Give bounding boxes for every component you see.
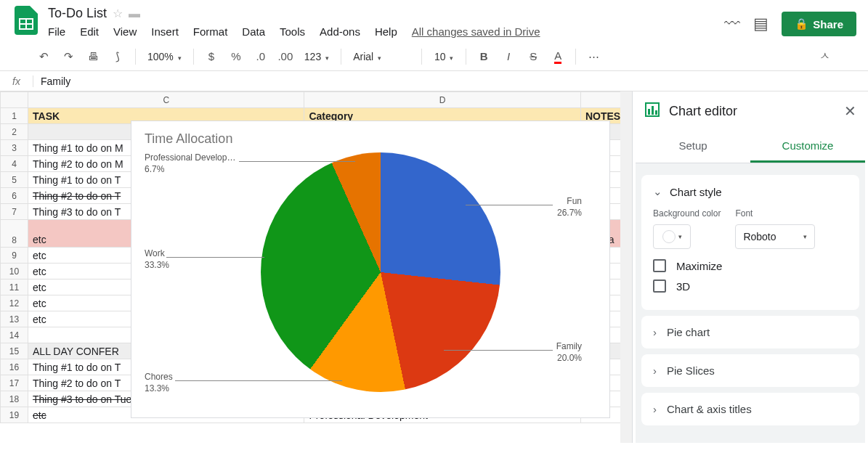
pie-slices-section[interactable]: › Pie Slices: [641, 354, 859, 387]
dec-decrease-icon[interactable]: .0: [251, 46, 271, 67]
menu-tools[interactable]: Tools: [280, 25, 305, 38]
italic-icon[interactable]: I: [498, 46, 519, 67]
chart-title: Time Allocation: [145, 131, 596, 147]
row-header[interactable]: 12: [1, 295, 28, 311]
row-header[interactable]: 6: [1, 188, 28, 204]
star-icon[interactable]: ☆: [113, 7, 123, 20]
currency-icon[interactable]: $: [201, 46, 222, 67]
row-header[interactable]: 4: [1, 156, 28, 172]
vertical-scrollbar[interactable]: [620, 91, 632, 443]
share-label: Share: [813, 18, 843, 30]
row-header[interactable]: 10: [1, 264, 28, 279]
row-header[interactable]: 16: [1, 359, 28, 375]
menubar: File Edit View Insert Format Data Tools …: [48, 21, 717, 42]
row-header[interactable]: 13: [1, 311, 28, 327]
menu-file[interactable]: File: [48, 25, 65, 38]
row-header[interactable]: 9: [1, 248, 28, 264]
strike-icon[interactable]: S: [523, 46, 543, 67]
fx-label: fx: [0, 76, 33, 87]
bg-color-label: Background color: [653, 208, 721, 219]
bold-icon[interactable]: B: [474, 46, 494, 67]
chart-overlay[interactable]: Time Allocation Fun26.7% Family20.0% Cho…: [131, 121, 610, 418]
pie-chart[interactable]: [261, 152, 500, 392]
paint-format-icon[interactable]: ⟆: [108, 46, 128, 67]
menu-addons[interactable]: Add-ons: [320, 25, 360, 38]
row-header[interactable]: 15: [1, 343, 28, 359]
trend-icon[interactable]: 〰: [724, 15, 740, 33]
menu-help[interactable]: Help: [375, 25, 397, 38]
doc-title[interactable]: To-Do List: [48, 6, 107, 21]
row-header[interactable]: 7: [1, 204, 28, 220]
row-header[interactable]: 8: [1, 220, 28, 248]
row-header[interactable]: 3: [1, 140, 28, 156]
axis-titles-section[interactable]: › Chart & axis titles: [641, 393, 859, 425]
zoom-select[interactable]: 100%: [143, 51, 186, 62]
row-header[interactable]: 2: [1, 124, 28, 140]
pie-chart-section[interactable]: › Pie chart: [641, 316, 859, 348]
share-button[interactable]: 🔒 Share: [782, 12, 856, 36]
chart-style-header[interactable]: ⌄ Chart style: [653, 185, 848, 198]
select-all[interactable]: [1, 92, 28, 108]
col-d[interactable]: D: [304, 92, 580, 108]
pie-label-fun: Fun26.7%: [557, 196, 582, 219]
svg-rect-6: [655, 110, 657, 115]
col-e[interactable]: [580, 92, 624, 108]
3d-checkbox[interactable]: [653, 279, 666, 293]
chevron-right-icon: ›: [653, 403, 657, 415]
percent-icon[interactable]: %: [226, 46, 246, 67]
row-header[interactable]: 17: [1, 375, 28, 391]
lock-icon: 🔒: [795, 17, 808, 30]
save-status[interactable]: All changes saved in Drive: [412, 25, 540, 38]
svg-rect-4: [648, 109, 650, 115]
chart-editor-icon: [644, 102, 660, 121]
chart-editor-panel: Chart editor ✕ Setup Customize ⌄ Chart s…: [632, 91, 868, 443]
redo-icon[interactable]: ↷: [58, 46, 78, 67]
chevron-right-icon: ›: [653, 364, 657, 377]
row-header[interactable]: 14: [1, 327, 28, 343]
row-header[interactable]: 1: [1, 108, 28, 124]
font-label: Font: [735, 208, 815, 219]
font-select-editor[interactable]: Roboto▾: [735, 224, 815, 249]
bg-color-picker[interactable]: ▾: [653, 224, 691, 249]
menu-view[interactable]: View: [113, 25, 137, 38]
chevron-down-icon: ⌄: [653, 185, 662, 198]
row-header[interactable]: 5: [1, 172, 28, 188]
menu-edit[interactable]: Edit: [80, 25, 99, 38]
undo-icon[interactable]: ↶: [33, 46, 54, 67]
formula-input[interactable]: Family: [33, 76, 70, 87]
pie-label-family: Family20.0%: [556, 341, 582, 364]
toolbar: ↶ ↷ 🖶 ⟆ 100% $ % .0 .00 123 Arial 10 B I…: [0, 42, 868, 71]
close-icon[interactable]: ✕: [844, 102, 856, 120]
tab-setup[interactable]: Setup: [636, 131, 750, 163]
editor-title: Chart editor: [669, 104, 737, 119]
3d-label: 3D: [676, 280, 690, 293]
sheets-logo[interactable]: [12, 6, 41, 35]
more-tools-icon[interactable]: ⋯: [583, 46, 604, 67]
font-size[interactable]: 10: [429, 51, 458, 62]
comment-icon[interactable]: ▤: [753, 15, 768, 33]
pie-label-work: Work33.3%: [145, 248, 169, 271]
maximize-label: Maximize: [676, 260, 722, 272]
svg-rect-5: [652, 106, 654, 115]
row-header[interactable]: 19: [1, 407, 28, 423]
maximize-checkbox[interactable]: [653, 259, 666, 272]
collapse-toolbar-icon[interactable]: ㅅ: [814, 46, 835, 67]
text-color-icon[interactable]: A: [548, 46, 568, 67]
pie-label-chores: Chores13.3%: [145, 372, 173, 394]
more-formats[interactable]: 123: [300, 51, 333, 62]
tab-customize[interactable]: Customize: [750, 131, 865, 163]
pie-label-profdev: Professional Develop…6.7%: [145, 152, 235, 175]
menu-format[interactable]: Format: [193, 25, 228, 38]
col-c[interactable]: C: [28, 92, 304, 108]
font-select[interactable]: Arial: [349, 51, 414, 62]
menu-data[interactable]: Data: [242, 25, 265, 38]
print-icon[interactable]: 🖶: [83, 46, 103, 67]
folder-icon[interactable]: ▬: [129, 7, 140, 20]
menu-insert[interactable]: Insert: [151, 25, 179, 38]
row-header[interactable]: 18: [1, 391, 28, 407]
row-header[interactable]: 11: [1, 279, 28, 295]
dec-increase-icon[interactable]: .00: [275, 46, 296, 67]
chevron-right-icon: ›: [653, 326, 657, 338]
